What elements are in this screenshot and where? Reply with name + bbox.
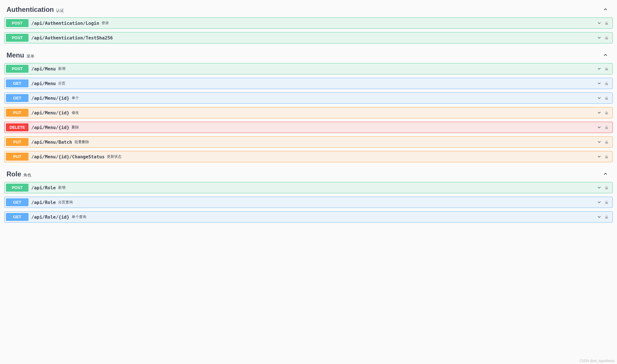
- operation-summary[interactable]: PUT/api/Menu/Batch批量删除: [5, 137, 612, 147]
- operation-path: /api/Menu/{id}: [31, 125, 69, 130]
- operation-path: /api/Menu/{id}: [31, 110, 69, 116]
- method-badge: PUT: [6, 138, 28, 146]
- method-badge: PUT: [6, 153, 28, 161]
- unlock-icon[interactable]: [603, 199, 610, 205]
- operation-description: 删除: [72, 125, 79, 130]
- tag-section-authentication: Authentication认证POST/api/Authentication/…: [4, 3, 613, 43]
- chevron-down-icon: [596, 124, 602, 130]
- chevron-up-icon: [603, 6, 608, 12]
- chevron-down-icon: [596, 95, 602, 101]
- operation-description: 新增: [58, 66, 65, 71]
- chevron-down-icon: [596, 154, 602, 160]
- chevron-down-icon: [596, 185, 602, 191]
- svg-rect-9: [605, 187, 608, 189]
- operation-get-2: GET/api/Role/{id}单个查询: [4, 211, 613, 223]
- method-badge: GET: [6, 213, 28, 221]
- operation-path: /api/Menu: [31, 66, 56, 72]
- tag-header-menu[interactable]: Menu菜单: [4, 48, 613, 63]
- method-badge: GET: [6, 79, 28, 87]
- unlock-icon[interactable]: [603, 35, 610, 41]
- svg-rect-4: [605, 98, 608, 100]
- operation-description: 分页查询: [58, 200, 73, 205]
- unlock-icon[interactable]: [603, 80, 610, 86]
- operation-get-2: GET/api/Menu/{id}单个: [4, 92, 613, 104]
- chevron-down-icon: [596, 35, 602, 41]
- svg-rect-5: [605, 112, 608, 114]
- chevron-up-icon: [603, 52, 608, 58]
- operation-summary[interactable]: PUT/api/Menu/{id}修改: [5, 107, 612, 118]
- unlock-icon[interactable]: [603, 124, 610, 130]
- operation-path: /api/Authentication/Login: [31, 21, 99, 26]
- operation-post-1: POST/api/Authentication/TestSha256: [4, 32, 613, 43]
- method-badge: POST: [6, 65, 28, 73]
- operation-summary[interactable]: POST/api/Role新增: [5, 182, 612, 193]
- svg-rect-7: [605, 142, 608, 144]
- operation-post-0: POST/api/Authentication/Login登录: [4, 17, 613, 29]
- tag-description: 菜单: [27, 54, 34, 59]
- operation-post-0: POST/api/Menu新增: [4, 63, 613, 74]
- unlock-icon[interactable]: [603, 139, 610, 145]
- method-badge: DELETE: [6, 123, 28, 131]
- operation-path: /api/Menu: [31, 81, 56, 86]
- operation-path: /api/Menu/{id}: [31, 96, 69, 101]
- unlock-icon[interactable]: [603, 154, 610, 160]
- operation-description: 更新状态: [107, 154, 122, 159]
- chevron-down-icon: [596, 139, 602, 145]
- chevron-up-icon: [603, 171, 608, 177]
- operation-summary[interactable]: PUT/api/Menu/{id}/ChangeStatus更新状态: [5, 151, 612, 162]
- operation-delete-4: DELETE/api/Menu/{id}删除: [4, 122, 613, 133]
- unlock-icon[interactable]: [603, 214, 610, 220]
- operation-description: 单个查询: [72, 214, 86, 219]
- tag-section-role: Role角色POST/api/Role新增GET/api/Role分页查询GET…: [4, 167, 613, 223]
- unlock-icon[interactable]: [603, 66, 610, 72]
- svg-rect-11: [605, 217, 608, 219]
- operation-summary[interactable]: POST/api/Menu新增: [5, 63, 612, 74]
- chevron-down-icon: [596, 80, 602, 86]
- unlock-icon[interactable]: [603, 110, 610, 116]
- operation-put-6: PUT/api/Menu/{id}/ChangeStatus更新状态: [4, 151, 613, 162]
- operation-post-0: POST/api/Role新增: [4, 182, 613, 193]
- operation-path: /api/Authentication/TestSha256: [31, 35, 113, 41]
- operation-summary[interactable]: GET/api/Role/{id}单个查询: [5, 212, 612, 222]
- tag-title: Menu: [6, 51, 24, 59]
- method-badge: GET: [6, 198, 28, 206]
- chevron-down-icon: [596, 110, 602, 116]
- method-badge: POST: [6, 184, 28, 192]
- unlock-icon[interactable]: [603, 95, 610, 101]
- operation-get-1: GET/api/Role分页查询: [4, 197, 613, 208]
- operation-path: /api/Menu/{id}/ChangeStatus: [31, 154, 105, 159]
- unlock-icon[interactable]: [603, 20, 610, 26]
- svg-rect-1: [605, 37, 608, 39]
- operation-summary[interactable]: GET/api/Menu/{id}单个: [5, 93, 612, 103]
- tag-header-authentication[interactable]: Authentication认证: [4, 3, 613, 17]
- method-badge: GET: [6, 94, 28, 102]
- svg-rect-10: [605, 202, 608, 204]
- operation-summary[interactable]: POST/api/Authentication/Login登录: [5, 18, 612, 28]
- operation-summary[interactable]: DELETE/api/Menu/{id}删除: [5, 122, 612, 133]
- chevron-down-icon: [596, 199, 602, 205]
- operation-summary[interactable]: POST/api/Authentication/TestSha256: [5, 32, 612, 43]
- operation-path: /api/Role: [31, 185, 56, 190]
- tag-title: Authentication: [6, 6, 54, 14]
- operation-put-5: PUT/api/Menu/Batch批量删除: [4, 136, 613, 148]
- svg-rect-2: [605, 68, 608, 70]
- operation-summary[interactable]: GET/api/Menu分页: [5, 78, 612, 89]
- operation-description: 批量删除: [74, 139, 89, 145]
- method-badge: POST: [6, 34, 28, 42]
- svg-rect-8: [605, 156, 608, 158]
- chevron-down-icon: [596, 66, 602, 72]
- operation-path: /api/Role/{id}: [31, 214, 69, 220]
- chevron-down-icon: [596, 20, 602, 26]
- operation-get-1: GET/api/Menu分页: [4, 78, 613, 89]
- unlock-icon[interactable]: [603, 185, 610, 191]
- operation-path: /api/Role: [31, 200, 56, 205]
- tag-title: Role: [6, 170, 21, 178]
- operation-summary[interactable]: GET/api/Role分页查询: [5, 197, 612, 208]
- method-badge: POST: [6, 19, 28, 27]
- chevron-down-icon: [596, 214, 602, 220]
- operation-put-3: PUT/api/Menu/{id}修改: [4, 107, 613, 118]
- operation-description: 修改: [72, 110, 79, 115]
- tag-header-role[interactable]: Role角色: [4, 167, 613, 182]
- method-badge: PUT: [6, 109, 28, 117]
- svg-rect-3: [605, 83, 608, 85]
